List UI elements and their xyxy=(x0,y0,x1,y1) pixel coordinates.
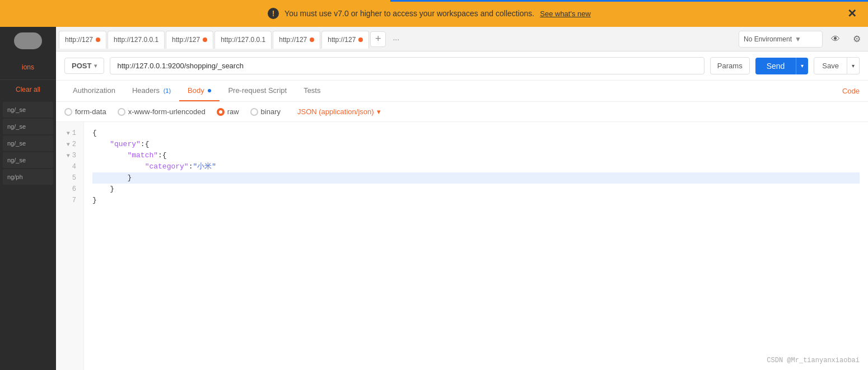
code-line-7: } xyxy=(92,195,860,206)
logo-oval xyxy=(14,32,42,49)
body-options: form-data x-www-form-urlencoded raw bina… xyxy=(56,102,868,122)
tab-prerequest[interactable]: Pre-request Script xyxy=(220,81,295,101)
tab-6[interactable]: http://127 xyxy=(321,31,369,49)
request-bar: POST ▾ Params Send ▾ Save ▾ xyxy=(56,51,868,81)
add-tab-button[interactable]: + xyxy=(370,31,386,47)
banner-content: ! You must use v7.0 or higher to access … xyxy=(11,8,847,19)
tab-6-label: http://127 xyxy=(328,36,356,44)
line-num-6: 6 xyxy=(59,184,81,195)
form-data-label: form-data xyxy=(75,107,106,116)
send-button[interactable]: Send xyxy=(755,58,796,74)
app-container: ions Clear all ng/_se ng/_se ng/_se ng/_… xyxy=(0,27,868,370)
method-label: POST xyxy=(72,62,91,70)
banner-link[interactable]: See what's new xyxy=(540,10,591,18)
raw-option[interactable]: raw xyxy=(217,107,239,116)
send-dropdown-button[interactable]: ▾ xyxy=(796,58,808,74)
settings-icon-button[interactable]: ⚙ xyxy=(848,31,865,48)
banner-message: You must use v7.0 or higher to access yo… xyxy=(284,9,534,18)
body-active-dot xyxy=(208,89,211,92)
top-accent-bar xyxy=(0,0,868,2)
main-panel: http://127 http://127.0.0.1 http://127 h… xyxy=(56,27,868,370)
sidebar-url-item-5[interactable]: ng/ph xyxy=(3,169,53,185)
fold-arrow-1[interactable]: ▼ xyxy=(67,130,70,137)
eye-icon: 👁 xyxy=(831,34,840,44)
env-selector-arrow: ▼ xyxy=(795,35,801,43)
line-num-1: ▼ 1 xyxy=(59,128,81,139)
line-num-5: 5 xyxy=(59,172,81,184)
tab-5-label: http://127 xyxy=(279,36,307,44)
tab-tests[interactable]: Tests xyxy=(295,81,329,101)
tab-1[interactable]: http://127 xyxy=(59,31,106,49)
raw-label: raw xyxy=(227,107,239,116)
line-num-label-3: 3 xyxy=(72,152,76,160)
url-input[interactable] xyxy=(110,57,704,74)
json-type-arrow-icon: ▾ xyxy=(377,107,381,116)
code-line-2: "query":{ xyxy=(92,139,860,150)
sidebar-url-item-4[interactable]: ng/_se xyxy=(3,152,53,168)
line-num-label-4: 4 xyxy=(72,163,76,171)
sidebar-url-item-2[interactable]: ng/_se xyxy=(3,119,53,134)
notification-banner: ! You must use v7.0 or higher to access … xyxy=(0,0,868,27)
json-type-selector[interactable]: JSON (application/json) ▾ xyxy=(297,107,381,116)
tab-body[interactable]: Body xyxy=(179,81,220,101)
code-link[interactable]: Code xyxy=(842,81,860,101)
json-type-label: JSON (application/json) xyxy=(297,107,374,116)
banner-close-button[interactable]: ✕ xyxy=(847,8,857,19)
line-num-4: 4 xyxy=(59,161,81,172)
tab-4[interactable]: http://127.0.0.1 xyxy=(214,31,272,49)
binary-radio[interactable] xyxy=(250,108,258,116)
fold-arrow-2[interactable]: ▼ xyxy=(67,142,70,148)
code-line-4: "category":"小米" xyxy=(92,161,860,172)
line-num-label-5: 5 xyxy=(72,174,76,182)
tab-3[interactable]: http://127 xyxy=(166,31,213,49)
sidebar-item-collections[interactable]: ions xyxy=(0,55,56,80)
code-line-6: } xyxy=(92,184,860,195)
tabs-bar: http://127 http://127.0.0.1 http://127 h… xyxy=(56,27,868,51)
urlencoded-label: x-www-form-urlencoded xyxy=(128,107,206,116)
save-dropdown-button[interactable]: ▾ xyxy=(847,57,860,74)
tab-authorization-label: Authorization xyxy=(73,86,115,95)
tab-headers[interactable]: Headers (1) xyxy=(124,81,179,101)
save-button[interactable]: Save xyxy=(814,57,847,74)
tab-5[interactable]: http://127 xyxy=(273,31,320,49)
line-num-2: ▼ 2 xyxy=(59,139,81,150)
tab-6-dot xyxy=(358,38,363,42)
form-data-option[interactable]: form-data xyxy=(64,107,106,116)
tab-2[interactable]: http://127.0.0.1 xyxy=(108,31,165,49)
raw-radio[interactable] xyxy=(217,108,225,116)
eye-icon-button[interactable]: 👁 xyxy=(827,31,844,48)
form-data-radio[interactable] xyxy=(64,108,72,116)
tab-1-label: http://127 xyxy=(65,36,93,44)
code-editor[interactable]: ▼ 1 ▼ 2 ▼ 3 4 5 6 xyxy=(56,122,868,370)
environment-selector[interactable]: No Environment ▼ xyxy=(739,31,823,48)
sidebar-logo xyxy=(0,27,56,55)
line-num-3: ▼ 3 xyxy=(59,150,81,161)
code-line-3: "match":{ xyxy=(92,150,860,161)
sidebar-url-item-3[interactable]: ng/_se xyxy=(3,135,53,151)
more-tabs-button[interactable]: ··· xyxy=(388,31,404,47)
warning-icon: ! xyxy=(268,8,279,19)
params-button[interactable]: Params xyxy=(710,57,750,74)
binary-option[interactable]: binary xyxy=(250,107,281,116)
fold-arrow-3[interactable]: ▼ xyxy=(67,153,70,159)
method-selector[interactable]: POST ▾ xyxy=(64,58,104,74)
tab-body-label: Body xyxy=(188,86,204,95)
tab-5-dot xyxy=(310,38,314,42)
tab-3-dot xyxy=(203,38,207,42)
line-num-label-2: 2 xyxy=(72,140,76,148)
clear-all-button[interactable]: Clear all xyxy=(0,80,56,99)
save-button-group: Save ▾ xyxy=(814,57,860,74)
line-numbers: ▼ 1 ▼ 2 ▼ 3 4 5 6 xyxy=(56,122,84,370)
tab-tests-label: Tests xyxy=(304,86,320,95)
sidebar: ions Clear all ng/_se ng/_se ng/_se ng/_… xyxy=(0,27,56,370)
urlencoded-radio[interactable] xyxy=(118,108,125,116)
urlencoded-option[interactable]: x-www-form-urlencoded xyxy=(118,107,206,116)
code-content[interactable]: { "query":{ "match":{ "category":"小米" } … xyxy=(84,122,868,370)
tab-2-label: http://127.0.0.1 xyxy=(114,36,158,44)
line-num-label-1: 1 xyxy=(72,129,76,137)
send-button-group: Send ▾ xyxy=(755,58,809,74)
tab-authorization[interactable]: Authorization xyxy=(64,81,124,101)
request-tabs-nav: Authorization Headers (1) Body Pre-reque… xyxy=(56,81,868,102)
sidebar-url-item-1[interactable]: ng/_se xyxy=(3,102,53,118)
header-icons: 👁 ⚙ xyxy=(827,31,865,48)
